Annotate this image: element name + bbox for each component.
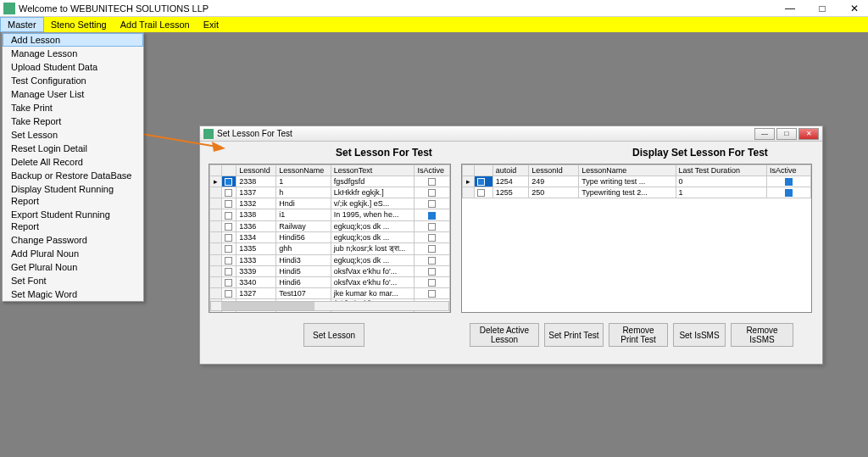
row-select-checkbox[interactable] (222, 277, 236, 288)
cell-text: jub n;kosr;k lost ड्रा... (331, 242, 415, 254)
menu-item-set-magic-word[interactable]: Set Magic Word (3, 287, 143, 301)
menu-item-upload-student-data[interactable]: Upload Student Data (3, 60, 143, 74)
remove-issms-button[interactable]: Remove IsSMS (731, 323, 793, 347)
child-close-button[interactable]: ✕ (798, 128, 819, 140)
cell-isactive[interactable] (415, 288, 450, 299)
row-select-checkbox[interactable] (222, 265, 236, 276)
display-lessons-grid[interactable]: autoidLessonIdLessonNameLast Test Durati… (461, 164, 812, 313)
set-lesson-button[interactable]: Set Lesson (303, 323, 364, 347)
left-col-header[interactable]: LessonName (276, 165, 331, 176)
menu-item-add-lesson[interactable]: Add Lesson (3, 33, 143, 47)
table-row[interactable]: 1333Hindi3egkuq;k;os dk ... (210, 254, 450, 265)
menu-item-delete-all-record[interactable]: Delete All Record (3, 155, 143, 169)
table-row[interactable]: 1338i1In 1995, when he... (210, 209, 450, 220)
menu-exit[interactable]: Exit (197, 17, 225, 32)
table-row[interactable]: 1332Hndiv/;ik egkjk.] eS... (210, 198, 450, 209)
right-col-header[interactable]: LessonName (579, 165, 676, 176)
child-minimize-button[interactable]: — (754, 128, 775, 140)
cell-isactive[interactable] (415, 176, 450, 187)
table-row[interactable]: ▸23381fgsdfgsfd (210, 176, 450, 187)
cell-isactive[interactable] (415, 254, 450, 265)
cell-isactive[interactable] (415, 209, 450, 220)
cell-name: Hindi3 (276, 254, 331, 265)
row-select-checkbox[interactable] (222, 176, 236, 187)
right-col-header[interactable]: autoid (492, 165, 529, 176)
maximize-button[interactable]: □ (812, 3, 832, 14)
cell-isactive[interactable] (415, 231, 450, 242)
menu-add-trail-lesson[interactable]: Add Trail Lesson (114, 17, 197, 32)
cell-isactive[interactable] (415, 277, 450, 288)
cell-isactive[interactable] (415, 242, 450, 254)
minimize-button[interactable]: — (780, 3, 800, 14)
cell-isactive[interactable] (766, 176, 810, 187)
row-select-checkbox[interactable] (222, 198, 236, 209)
cell-id: 1327 (236, 288, 276, 299)
menu-steno-setting[interactable]: Steno Setting (44, 17, 114, 32)
cell-isactive[interactable] (415, 198, 450, 209)
table-row[interactable]: ▸1254249Type writing test ...0 (463, 176, 811, 187)
child-maximize-button[interactable]: □ (776, 128, 797, 140)
menu-master[interactable]: Master (0, 17, 44, 32)
row-select-checkbox[interactable] (475, 176, 493, 187)
table-row[interactable]: 3339Hindi5oksfVax e'khu fo'... (210, 265, 450, 276)
cell-isactive[interactable] (415, 220, 450, 231)
cell-isactive[interactable] (415, 187, 450, 198)
menu-item-set-font[interactable]: Set Font (3, 274, 143, 287)
menu-item-backup-or-restore-database[interactable]: Backup or Restore DataBase (3, 169, 143, 182)
right-panel-header: Display Set Lesson For Test (632, 147, 768, 159)
table-row[interactable]: 1337hLkHkkfr egkjk.] (210, 187, 450, 198)
remove-print-test-button[interactable]: Remove Print Test (609, 323, 668, 347)
menu-item-export-student-running-report[interactable]: Export Student Running Report (3, 208, 143, 233)
menu-item-test-configuration[interactable]: Test Configuration (3, 74, 143, 87)
row-select-checkbox[interactable] (222, 242, 236, 254)
lessons-grid[interactable]: LessonIdLessonNameLessonTextIsActive▸233… (209, 164, 451, 313)
table-row[interactable]: 1334Hindi56egkuq;k;os dk ... (210, 231, 450, 242)
row-select-checkbox[interactable] (222, 209, 236, 220)
cell-isactive[interactable] (766, 187, 810, 198)
row-select-checkbox[interactable] (222, 254, 236, 265)
menu-item-manage-user-list[interactable]: Manage User List (3, 87, 143, 101)
left-col-header[interactable]: IsActive (415, 165, 450, 176)
table-row[interactable]: 3338adfadfoksfVax e'khu fo'... (210, 311, 450, 313)
set-print-test-button[interactable]: Set Print Test (544, 323, 604, 347)
left-col-header[interactable]: LessonText (331, 165, 415, 176)
menu-item-change-password[interactable]: Change Password (3, 233, 143, 247)
table-row[interactable]: 1255250Typewriting test 2...1 (463, 187, 811, 198)
table-row[interactable]: 1336Railwayegkuq;k;os dk ... (210, 220, 450, 231)
table-row[interactable]: 1335ghhjub n;kosr;k lost ड्रा... (210, 242, 450, 254)
table-row[interactable]: 3340Hindi6oksfVax e'khu fo'... (210, 277, 450, 288)
left-col-header[interactable] (210, 165, 222, 176)
left-panel-header: Set Lesson For Test (336, 147, 432, 159)
set-issms-button[interactable]: Set IsSMS (673, 323, 726, 347)
row-select-checkbox[interactable] (475, 187, 493, 198)
cell-lessonid: 249 (529, 176, 579, 187)
menu-item-reset-login-detail[interactable]: Reset Login Detail (3, 142, 143, 155)
left-grid-hscrollbar[interactable] (210, 301, 449, 311)
row-select-checkbox[interactable] (222, 220, 236, 231)
right-col-header[interactable] (475, 165, 493, 176)
right-col-header[interactable]: IsActive (766, 165, 810, 176)
cell-name: Type writing test ... (579, 176, 676, 187)
right-col-header[interactable]: Last Test Duration (676, 165, 766, 176)
menu-item-take-report[interactable]: Take Report (3, 114, 143, 128)
row-select-checkbox[interactable] (222, 288, 236, 299)
menu-item-display-student-running-report[interactable]: Display Student Running Report (3, 182, 143, 208)
right-col-header[interactable] (463, 165, 475, 176)
left-col-header[interactable]: LessonId (236, 165, 276, 176)
menu-item-add-plural-noun[interactable]: Add Plural Noun (3, 247, 143, 260)
menu-item-set-lesson[interactable]: Set Lesson (3, 128, 143, 142)
menu-item-take-print[interactable]: Take Print (3, 101, 143, 114)
left-col-header[interactable] (222, 165, 236, 176)
right-col-header[interactable]: LessonId (529, 165, 579, 176)
row-select-checkbox[interactable] (222, 311, 236, 313)
row-select-checkbox[interactable] (222, 187, 236, 198)
menu-item-get-plural-noun[interactable]: Get Plural Noun (3, 260, 143, 274)
cell-isactive[interactable] (415, 265, 450, 276)
delete-active-lesson-button[interactable]: Delete Active Lesson (470, 323, 539, 347)
cell-isactive[interactable] (415, 311, 450, 313)
menu-item-manage-lesson[interactable]: Manage Lesson (3, 47, 143, 60)
cell-id: 1337 (236, 187, 276, 198)
row-select-checkbox[interactable] (222, 231, 236, 242)
close-button[interactable]: ✕ (844, 3, 865, 14)
table-row[interactable]: 1327Test107jke kumar ko mar... (210, 288, 450, 299)
